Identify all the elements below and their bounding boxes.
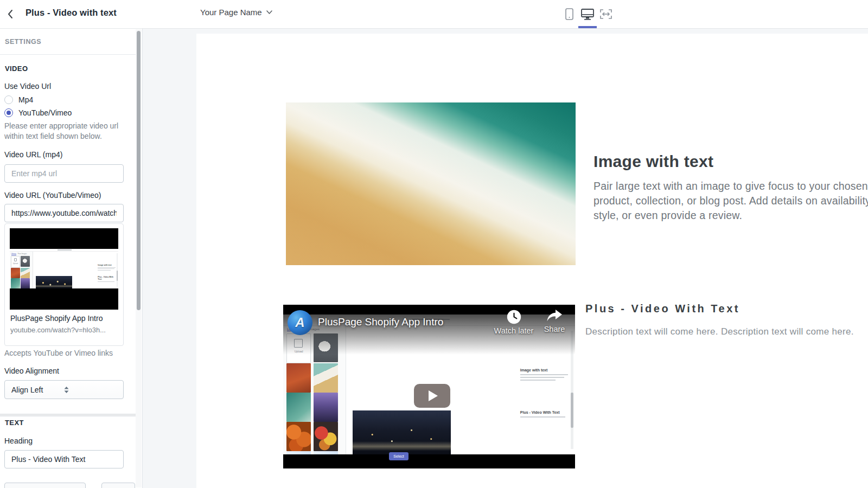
video-with-text-body: Description text will come here. Descrip… bbox=[585, 326, 868, 337]
video-alignment-select[interactable]: Align Left bbox=[4, 380, 124, 399]
fullwidth-icon bbox=[600, 9, 612, 19]
device-preview-switch bbox=[560, 0, 615, 28]
radio-youtube-circle[interactable] bbox=[4, 108, 13, 117]
video-url-help-text: Please enter appropriate video url withi… bbox=[4, 121, 125, 142]
settings-sidebar: SETTINGS VIDEO Use Video Url Mp4 YouTube… bbox=[0, 29, 143, 488]
desktop-icon bbox=[581, 9, 594, 20]
radio-youtube-vimeo[interactable]: YouTube/Vimeo bbox=[4, 108, 72, 117]
mp4-url-input[interactable] bbox=[4, 164, 124, 183]
pluspage-editor: Plus - Video with text Your Page Name bbox=[0, 0, 868, 488]
clock-icon bbox=[506, 309, 522, 325]
video-preview-card: LibraryFree Images Upload A bbox=[4, 223, 124, 346]
page-name-label: Your Page Name bbox=[200, 8, 262, 17]
use-video-url-label: Use Video Url bbox=[4, 82, 51, 91]
youtube-url-label: Video URL (YouTube/Vimeo) bbox=[4, 191, 101, 200]
radio-youtube-label: YouTube/Vimeo bbox=[18, 108, 72, 117]
share-button[interactable]: Share bbox=[538, 309, 571, 333]
heading-label: Heading bbox=[4, 436, 33, 445]
play-button[interactable] bbox=[414, 384, 450, 408]
video-title: PlusPage Shopify App Intro bbox=[10, 314, 103, 323]
share-arrow-icon bbox=[546, 309, 563, 323]
youtube-player[interactable]: LibraryFree Images Upload A bbox=[283, 305, 575, 468]
section-divider bbox=[0, 414, 136, 416]
accepts-links-text: Accepts YouTube or Vimeo links bbox=[4, 348, 125, 358]
chevron-down-icon bbox=[266, 10, 272, 14]
radio-mp4-circle[interactable] bbox=[4, 95, 13, 104]
page-canvas: Image with text Pair large text with an … bbox=[196, 34, 868, 488]
video-thumbnail[interactable]: LibraryFree Images Upload A bbox=[10, 228, 118, 310]
video-alignment-label: Video Alignment bbox=[4, 367, 59, 375]
video-alignment-value: Align Left bbox=[11, 386, 64, 394]
top-bar: Plus - Video with text Your Page Name bbox=[0, 0, 868, 29]
youtube-url-input[interactable] bbox=[4, 204, 124, 222]
active-device-indicator bbox=[578, 26, 597, 28]
watch-later-label: Watch later bbox=[494, 326, 534, 335]
inner-select-button: Select bbox=[389, 452, 409, 460]
mp4-url-label: Video URL (mp4) bbox=[4, 150, 62, 159]
watch-later-button[interactable]: Watch later bbox=[489, 309, 538, 335]
player-video-title[interactable]: PlusPage Shopify App Intro bbox=[318, 316, 443, 328]
channel-avatar[interactable]: A bbox=[288, 310, 312, 335]
app-screenshot-mini: LibraryFree Images Upload A bbox=[10, 249, 118, 289]
heading-input[interactable] bbox=[4, 450, 124, 468]
page-name-dropdown[interactable]: Your Page Name bbox=[200, 8, 272, 17]
fullwidth-preview-button[interactable] bbox=[597, 0, 615, 28]
avatar-letter: A bbox=[295, 315, 304, 330]
select-stepper-icon bbox=[64, 387, 117, 393]
clipped-control-left[interactable] bbox=[4, 483, 86, 488]
sidebar-scrollbar-thumb[interactable] bbox=[137, 31, 141, 310]
video-link[interactable]: youtube.com/watch?v=hlo3h... bbox=[10, 326, 106, 334]
text-section-title: TEXT bbox=[5, 419, 24, 427]
settings-header: SETTINGS bbox=[0, 29, 136, 55]
letterbox-bar bbox=[283, 454, 575, 468]
video-with-text-heading: Plus - Video With Text bbox=[585, 303, 740, 315]
clipped-control-right[interactable] bbox=[101, 483, 135, 488]
mobile-preview-button[interactable] bbox=[560, 0, 578, 28]
play-icon bbox=[429, 390, 438, 401]
radio-mp4[interactable]: Mp4 bbox=[4, 95, 33, 104]
preview-area: Image with text Pair large text with an … bbox=[143, 29, 868, 488]
panel-title: Plus - Video with text bbox=[25, 8, 117, 18]
share-label: Share bbox=[544, 325, 565, 333]
image-with-text-body: Pair large text with an image to give fo… bbox=[593, 179, 868, 223]
radio-mp4-label: Mp4 bbox=[18, 95, 33, 104]
image-with-text-heading: Image with text bbox=[593, 152, 713, 171]
back-button[interactable] bbox=[0, 0, 21, 28]
video-section-title: VIDEO bbox=[5, 65, 28, 73]
mobile-icon bbox=[565, 8, 573, 20]
beach-wave-image bbox=[286, 102, 576, 265]
desktop-preview-button[interactable] bbox=[578, 0, 597, 28]
settings-label: SETTINGS bbox=[5, 38, 41, 46]
chevron-left-icon bbox=[7, 9, 14, 19]
